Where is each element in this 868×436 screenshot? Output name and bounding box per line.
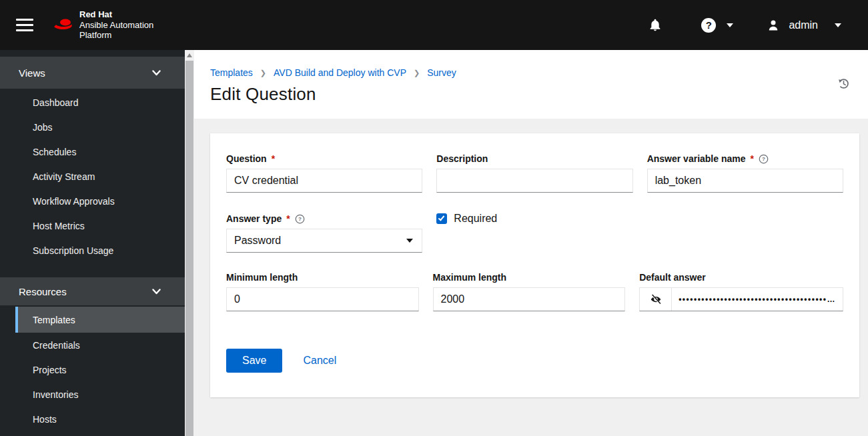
breadcrumb-templates-link[interactable]: Templates [210,67,253,78]
svg-text:?: ? [762,156,765,162]
check-icon [438,214,445,221]
chevron-right-icon: ❯ [414,68,420,77]
resources-item-list: Templates Credentials Projects Inventori… [0,305,185,431]
sidebar-item-dashboard[interactable]: Dashboard [0,90,185,115]
answer-variable-name-field-group: Answer variable name * ? [647,153,843,193]
chevron-down-icon [152,70,161,76]
user-menu-button[interactable]: admin [767,19,841,32]
maximum-length-label: Maximum length [433,272,506,283]
chevron-down-icon [152,289,161,295]
sidebar-item-label: Dashboard [33,97,79,108]
sidebar-item-label: Subscription Usage [33,245,113,256]
sidebar-item-subscription-usage[interactable]: Subscription Usage [0,238,185,263]
user-icon [767,19,780,32]
minimum-length-input[interactable] [226,287,419,311]
sidebar-item-workflow-approvals[interactable]: Workflow Approvals [0,189,185,213]
answer-type-select[interactable]: Password [226,229,422,253]
breadcrumb: Templates ❯ AVD Build and Deploy with CV… [210,67,848,78]
page-header: Templates ❯ AVD Build and Deploy with CV… [194,50,868,119]
masthead: Red Hat Ansible Automation Platform ? ad… [0,0,868,50]
nav-section-resources[interactable]: Resources [0,277,185,305]
answer-type-selected-value: Password [234,235,281,247]
required-asterisk: * [286,213,290,224]
history-button[interactable] [837,77,850,90]
maximum-length-field-group: Maximum length [433,271,626,311]
sidebar-item-schedules[interactable]: Schedules [0,139,185,164]
sidebar-item-inventories[interactable]: Inventories [0,382,185,407]
sidebar-item-activity-stream[interactable]: Activity Stream [0,164,185,189]
brand-line-1: Red Hat [79,9,153,20]
required-checkbox[interactable] [436,213,447,224]
sidebar-item-label: Activity Stream [33,171,95,182]
breadcrumb-survey-link[interactable]: Survey [427,67,456,78]
scrollbar-thumb[interactable] [185,61,193,436]
chevron-right-icon: ❯ [260,68,266,77]
sidebar-item-jobs[interactable]: Jobs [0,115,185,139]
form-row-3: Minimum length Maximum length Default an… [226,271,843,311]
eye-slash-icon [650,293,662,305]
sidebar-item-credentials[interactable]: Credentials [0,333,185,357]
nav-section-resources-wrap: Resources Templates Credentials Projects… [0,277,185,431]
nav-section-views-label: Views [19,67,45,79]
sidebar-item-hosts[interactable]: Hosts [0,407,185,431]
required-asterisk: * [751,153,754,164]
edit-question-form-card: Question * Description Answer vari [210,133,859,397]
sidebar-item-templates[interactable]: Templates [15,307,185,333]
maximum-length-input[interactable] [433,287,626,311]
required-checkbox-group: Required [436,213,632,225]
row-2-spacer [647,213,843,253]
sidebar-item-label: Host Metrics [33,221,85,231]
brand-line-3: Platform [79,30,153,41]
save-button[interactable]: Save [226,349,282,373]
username-label: admin [789,19,818,31]
description-field-group: Description [436,153,632,193]
default-answer-masked-value[interactable]: •••••••••••••••••••••••••••••••••••••••… [672,288,843,311]
sidebar-item-label: Schedules [33,147,76,157]
nav-section-resources-label: Resources [19,286,67,297]
answer-variable-help-button[interactable]: ? [759,154,769,164]
sidebar-scrollbar [185,50,194,436]
required-asterisk: * [272,153,275,164]
breadcrumb-template-name-link[interactable]: AVD Build and Deploy with CVP [274,67,406,78]
sidebar-item-label: Templates [33,315,75,325]
sidebar-nav: Views Dashboard Jobs Schedules Activity … [0,50,185,436]
answer-variable-name-input[interactable] [647,169,843,193]
scrollbar-up-arrow[interactable] [187,53,192,57]
description-label: Description [436,153,488,164]
question-field-group: Question * [226,153,422,193]
answer-type-label: Answer type [226,213,282,224]
minimum-length-label: Minimum length [226,272,298,283]
answer-variable-name-label: Answer variable name [647,153,746,164]
required-checkbox-label: Required [454,213,497,225]
sidebar-item-label: Projects [33,365,67,375]
cancel-button[interactable]: Cancel [303,355,336,367]
main-content: Templates ❯ AVD Build and Deploy with CV… [194,50,868,436]
views-item-list: Dashboard Jobs Schedules Activity Stream… [0,89,185,263]
bell-icon [648,18,663,33]
notifications-button[interactable] [648,18,663,33]
default-answer-input-group: •••••••••••••••••••••••••••••••••••••••… [639,287,843,311]
help-menu-button[interactable]: ? [701,18,733,33]
brand-text: Red Hat Ansible Automation Platform [79,9,153,41]
form-row-2: Answer type * ? Password [226,213,843,253]
answer-type-field-group: Answer type * ? Password [226,213,422,253]
masthead-toolbar: ? admin [648,18,868,33]
toggle-password-visibility-button[interactable] [640,288,672,311]
content-body: Question * Description Answer vari [194,119,868,436]
question-label: Question [226,153,267,164]
caret-down-icon [406,239,413,243]
minimum-length-field-group: Minimum length [226,271,419,311]
sidebar-item-projects[interactable]: Projects [0,357,185,382]
svg-text:?: ? [298,216,302,222]
sidebar-item-host-metrics[interactable]: Host Metrics [0,213,185,238]
red-hat-icon [52,17,73,33]
chevron-down-icon [835,23,841,27]
chevron-down-icon [727,23,733,27]
nav-section-views[interactable]: Views [0,57,185,89]
description-input[interactable] [436,169,632,193]
answer-type-help-button[interactable]: ? [295,214,305,224]
brand-logo[interactable]: Red Hat Ansible Automation Platform [52,9,153,41]
sidebar-item-label: Credentials [33,340,80,351]
nav-toggle-icon[interactable] [16,19,33,31]
question-input[interactable] [226,169,422,193]
